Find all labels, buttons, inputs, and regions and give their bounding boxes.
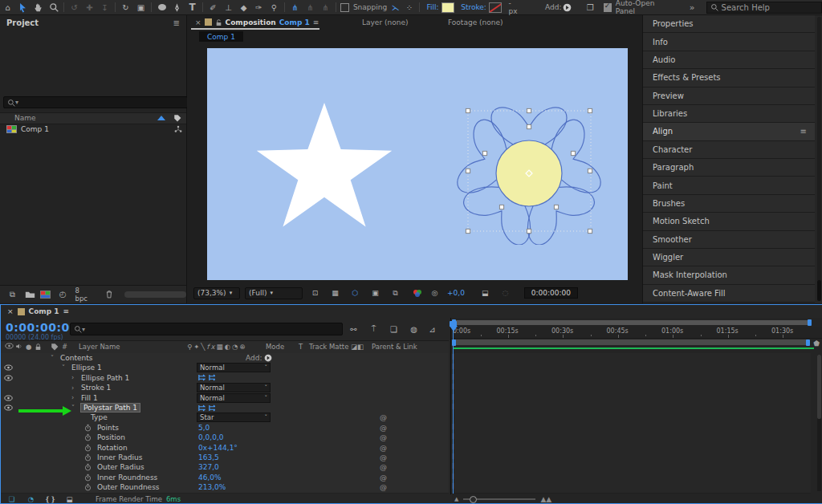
timeline-row-ellipse-path-1[interactable]: ›Ellipse Path 1 <box>1 373 449 384</box>
property-value[interactable]: 46,0% <box>198 473 222 482</box>
property-label[interactable]: Position <box>97 433 125 442</box>
twirl-icon[interactable]: ˅ <box>51 353 54 363</box>
row-label[interactable]: Fill 1 <box>81 393 98 403</box>
timeline-row-inner-roundness[interactable]: Inner Roundness46,0%@ <box>1 473 449 483</box>
timeline-row-contents[interactable]: ˅ContentsAdd: <box>1 353 449 364</box>
motion-blur-icon[interactable]: ◍ <box>406 323 421 335</box>
timeline-track[interactable]: I <box>451 453 811 463</box>
timeline-track[interactable]: I <box>451 443 811 453</box>
property-value[interactable]: 327,0 <box>198 462 219 472</box>
rotation-icon[interactable]: ↻ <box>118 1 133 14</box>
dock-panel-paragraph[interactable]: Paragraph <box>643 159 815 177</box>
row-label[interactable]: Ellipse 1 <box>71 363 102 372</box>
stopwatch-icon[interactable] <box>84 453 92 462</box>
dock-panel-preview[interactable]: Preview <box>643 87 815 105</box>
pick-whip-icon[interactable]: @ <box>380 413 387 422</box>
right-scrollbar-track[interactable] <box>817 17 821 300</box>
zoom-slider-track[interactable] <box>463 498 535 500</box>
close-icon[interactable]: × <box>195 18 201 26</box>
unlock-icon[interactable] <box>215 18 222 26</box>
twirl-icon[interactable]: ˅ <box>62 363 65 372</box>
stopwatch-icon[interactable] <box>84 462 92 472</box>
timeline-row-inner-radius[interactable]: Inner Radius163,5@ <box>1 453 449 463</box>
snap-feature-icon[interactable]: ⋋ <box>389 1 402 14</box>
eye-icon[interactable] <box>4 393 13 403</box>
eye-column-icon[interactable] <box>5 343 14 349</box>
sort-ascending-icon[interactable] <box>157 116 165 120</box>
eye-icon[interactable] <box>4 403 13 413</box>
brainstorm-brackets-icon[interactable]: ❴❵ <box>43 493 58 504</box>
label-column-icon[interactable] <box>51 343 59 351</box>
property-label[interactable]: Points <box>97 423 119 433</box>
dock-panel-motion-sketch[interactable]: Motion Sketch <box>643 213 815 230</box>
axis-world-icon[interactable]: ⋔ <box>303 1 318 14</box>
pan-camera-icon[interactable]: ✚ <box>82 1 97 14</box>
blend-mode-dropdown[interactable]: Normal˅ <box>197 393 271 403</box>
dock-panel-smoother[interactable]: Smoother <box>643 231 815 249</box>
brush-tool-icon[interactable]: ✐ <box>206 1 221 14</box>
current-time-display[interactable]: 0:00:00:00 <box>6 321 78 334</box>
timeline-tab[interactable]: × Comp 1 ≡ <box>1 305 822 318</box>
eye-icon[interactable] <box>4 373 13 383</box>
pick-whip-icon[interactable]: @ <box>380 443 387 453</box>
panel-menu-icon[interactable]: ≡ <box>313 18 319 26</box>
number-column-label[interactable]: # <box>62 343 67 351</box>
timeline-track[interactable] <box>451 413 811 423</box>
twirl-icon[interactable]: ˅ <box>71 403 75 413</box>
auto-open-control[interactable]: Auto-Open Panel <box>604 0 672 15</box>
path-direction-icons[interactable] <box>198 403 219 413</box>
tab-composition[interactable]: × Composition Comp 1 ≡ <box>195 15 319 29</box>
dock-panel-info[interactable]: Info <box>643 33 815 51</box>
matte-toggle-icons[interactable]: ◪◧ <box>351 343 364 351</box>
auto-open-checkbox[interactable] <box>604 3 612 12</box>
timeline-track[interactable]: I <box>451 383 811 393</box>
stroke-width-label[interactable]: - px <box>508 0 521 15</box>
close-icon[interactable]: × <box>7 307 14 315</box>
stopwatch-icon[interactable] <box>84 433 92 442</box>
audio-column-icon[interactable] <box>15 343 22 350</box>
time-navigator-bar[interactable] <box>453 320 811 325</box>
dock-panel-mask-interpolation[interactable]: Mask Interpolation <box>643 266 815 284</box>
exposure-reset-icon[interactable]: ◎ <box>427 287 442 299</box>
pick-whip-icon[interactable]: @ <box>380 462 387 472</box>
dock-panel-audio[interactable]: Audio <box>643 51 815 69</box>
stroke-color-swatch[interactable] <box>489 2 503 13</box>
timeline-graph-area[interactable]: 0:00s00:15s00:30s00:45s01:00s01:15s01:30… <box>450 318 822 503</box>
playhead-line[interactable] <box>453 327 454 494</box>
axis-local-icon[interactable]: ⋔ <box>287 1 303 14</box>
orbit-camera-icon[interactable]: ↺ <box>67 1 82 14</box>
roto-brush-tool-icon[interactable]: ✑ <box>251 1 267 14</box>
tab-footage[interactable]: Footage (none) <box>448 15 503 29</box>
twirl-icon[interactable]: › <box>71 373 74 383</box>
zoom-slider-thumb[interactable] <box>470 496 477 503</box>
frame-blending-icon[interactable]: ❏ <box>386 323 401 335</box>
timeline-track[interactable]: I <box>451 363 811 373</box>
property-value[interactable]: 0x+144,1° <box>198 443 238 453</box>
new-folder-icon[interactable] <box>25 291 35 299</box>
timeline-track[interactable]: I <box>451 423 811 433</box>
timeline-row-rotation[interactable]: Rotation0x+144,1°@ <box>1 443 449 453</box>
pick-whip-icon[interactable]: @ <box>380 433 387 442</box>
project-settings-icon[interactable]: ◴ <box>55 288 71 301</box>
project-item-comp1[interactable]: Comp 1 <box>0 124 186 134</box>
polystar-flower-shape[interactable] <box>452 100 604 245</box>
panel-menu-icon[interactable]: ≡ <box>173 18 180 27</box>
snapping-checkbox[interactable] <box>340 3 349 12</box>
viewer-timecode[interactable]: 0:00:00:00 <box>524 287 578 299</box>
tab-layer[interactable]: Layer (none) <box>362 15 408 29</box>
comp-viewer-chip[interactable]: Comp 1 <box>199 31 243 42</box>
zoom-in-mountain-icon[interactable]: ▲▲ <box>540 495 551 503</box>
timeline-row-type[interactable]: TypeStar˅@ <box>1 413 449 423</box>
timeline-track[interactable]: I <box>451 373 811 384</box>
zoom-icon[interactable] <box>46 1 61 14</box>
auto-keyframe-icon[interactable]: ⬓ <box>62 493 77 504</box>
stopwatch-icon[interactable] <box>84 482 92 492</box>
switches-column-icons[interactable]: ⚲✦╲fx▦◐◔⊕ <box>187 343 247 351</box>
navigator-end-handle[interactable] <box>808 319 812 326</box>
timeline-row-position[interactable]: Position0,0,0,0@ <box>1 433 449 443</box>
property-label[interactable]: Outer Roundness <box>97 482 160 492</box>
exposure-value[interactable]: +0,0 <box>447 289 465 297</box>
property-value[interactable]: 163,5 <box>198 453 219 462</box>
solo-column-icon[interactable]: ● <box>26 343 31 351</box>
work-area-end-handle[interactable] <box>806 339 810 346</box>
